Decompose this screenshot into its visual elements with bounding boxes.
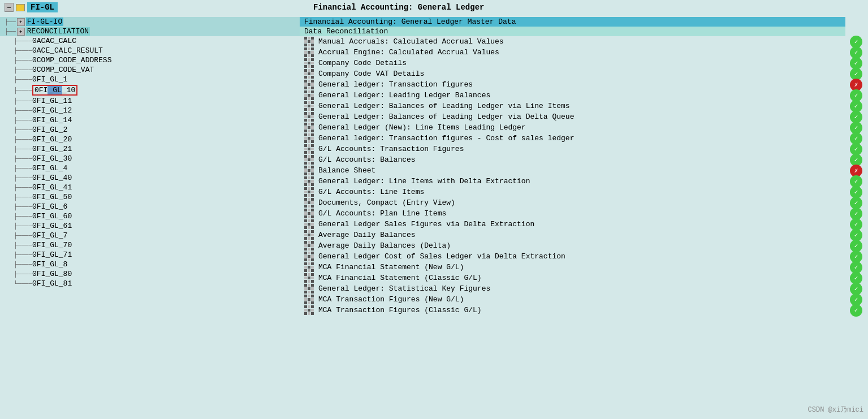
list-item[interactable]: ├────0FI_GL_71 xyxy=(0,250,300,260)
list-item[interactable]: ├────0FI_GL_1 xyxy=(0,75,300,84)
node-text: 0ACE_CALC_RESULT xyxy=(32,46,103,55)
list-item[interactable]: └────0FI_GL_81 xyxy=(0,279,300,288)
table-row[interactable]: General Ledger: Balances of Leading Ledg… xyxy=(300,111,845,122)
grid-icon xyxy=(304,101,314,111)
node-text: 0FI_GL_14 xyxy=(32,116,72,124)
table-row[interactable]: MCA Financial Statement (Classic G/L)✓ xyxy=(300,273,845,283)
table-row[interactable]: MCA Transaction Figures (Classic G/L)✓ xyxy=(300,305,845,316)
left-header: — FI-GL xyxy=(5,2,304,12)
grid-icon xyxy=(304,166,314,175)
list-item[interactable]: ├────0FI_GL_60 xyxy=(0,211,300,221)
table-row[interactable]: G/L Accounts: Plan Line Items✓ xyxy=(300,208,845,219)
list-item[interactable]: ├────0COMP_CODE_VAT xyxy=(0,65,300,75)
table-row[interactable]: General Ledger (New): Line Items Leading… xyxy=(300,122,845,133)
list-item[interactable]: ├────0FI_GL_40 xyxy=(0,173,300,183)
list-item[interactable]: ├── + RECONCILIATION xyxy=(0,27,300,36)
node-text: FI-GL-IO xyxy=(26,18,63,26)
content-area: ├── + FI-GL-IO ├── + RECONCILIATION ├───… xyxy=(0,15,868,318)
list-item[interactable]: ├────0FI_GL_70 xyxy=(0,240,300,250)
list-item[interactable]: ├────0FI_GL_21 xyxy=(0,144,300,154)
list-item[interactable]: ├────0FI_GL_12 xyxy=(0,106,300,115)
node-text: 0FI_GL_40 xyxy=(32,174,72,182)
grid-icon xyxy=(304,198,314,208)
grid-icon xyxy=(304,133,314,143)
table-row[interactable]: G/L Accounts: Transaction Figures✓ xyxy=(300,144,845,154)
left-panel: ├── + FI-GL-IO ├── + RECONCILIATION ├───… xyxy=(0,15,300,318)
row-description: General Ledger: Balances of Leading Ledg… xyxy=(318,102,845,110)
list-item[interactable]: ├────0FI_GL_11 xyxy=(0,96,300,106)
table-row[interactable]: G/L Accounts: Line Items✓ xyxy=(300,187,845,197)
table-row[interactable]: MCA Financial Statement (New G/L)✓ xyxy=(300,262,845,273)
list-item[interactable]: ├────0COMP_CODE_ADDRESS xyxy=(0,55,300,65)
list-item[interactable]: ├────0FI_GL_14 xyxy=(0,115,300,125)
row-description: General ledger: Transaction figures - Co… xyxy=(318,134,845,142)
list-item[interactable]: ├────0FI_GL_50 xyxy=(0,192,300,202)
list-item[interactable]: ├────0FI_GL_8 xyxy=(0,260,300,269)
list-item[interactable]: ├────0ACAC_CALC xyxy=(0,36,300,46)
table-row[interactable]: Average Daily Balances✓ xyxy=(300,230,845,240)
table-row[interactable]: Average Daily Balances (Delta)✓ xyxy=(300,240,845,251)
row-description: G/L Accounts: Line Items xyxy=(318,188,845,196)
list-item[interactable]: ├────0FI_GL_20 xyxy=(0,135,300,144)
list-item[interactable]: ├────0FI_GL_10 xyxy=(0,84,300,96)
node-text-selected: 0FI_GL_10 xyxy=(32,85,77,96)
table-row[interactable]: General ledger: Transaction figures✗ xyxy=(300,79,845,90)
list-item[interactable]: ├── + FI-GL-IO xyxy=(0,17,300,27)
grid-icon xyxy=(304,112,314,122)
list-item[interactable]: ├────0FI_GL_4 xyxy=(0,163,300,173)
node-text: 0FI_GL_81 xyxy=(32,279,72,288)
right-header-title: Financial Accounting: General Ledger xyxy=(313,3,484,12)
table-row[interactable]: Balance Sheet✗ xyxy=(300,165,845,176)
table-row[interactable]: General Ledger: Line Items with Delta Ex… xyxy=(300,176,845,187)
row-description: G/L Accounts: Plan Line Items xyxy=(318,209,845,218)
root-node-label[interactable]: FI-GL xyxy=(27,2,58,12)
grid-icon xyxy=(304,305,314,315)
main-title: Financial Accounting: General Ledger xyxy=(313,3,484,12)
node-text: 0ACAC_CALC xyxy=(32,37,76,45)
row-description: MCA Transaction Figures (New G/L) xyxy=(318,295,845,304)
right-desc: Financial Accounting: General Ledger Mas… xyxy=(304,18,516,26)
list-item[interactable]: ├────0FI_GL_2 xyxy=(0,125,300,135)
table-row[interactable]: General Ledger: Leading Ledger Balances✓ xyxy=(300,90,845,101)
node-text: 0FI_GL_50 xyxy=(32,193,72,201)
list-item[interactable]: ├────0FI_GL_61 xyxy=(0,221,300,231)
node-text: 0FI_GL_61 xyxy=(32,222,72,230)
list-item[interactable]: ├────0FI_GL_30 xyxy=(0,154,300,163)
list-item[interactable]: ├────0FI_GL_41 xyxy=(0,183,300,192)
table-row: Data Reconciliation xyxy=(300,27,845,36)
table-row[interactable]: General ledger: Transaction figures - Co… xyxy=(300,133,845,144)
node-text: 0COMP_CODE_VAT xyxy=(32,66,94,74)
table-row[interactable]: Documents, Compact (Entry View)✓ xyxy=(300,197,845,208)
grid-icon xyxy=(304,69,314,79)
table-row[interactable]: Manual Accruals: Calculated Accrual Valu… xyxy=(300,36,845,47)
table-row[interactable]: Company Code Details✓ xyxy=(300,58,845,68)
table-row[interactable]: G/L Accounts: Balances✓ xyxy=(300,154,845,165)
row-description: Accrual Engine: Calculated Accrual Value… xyxy=(318,48,845,57)
right-panel: Financial Accounting: General Ledger Mas… xyxy=(300,15,868,318)
right-desc: Data Reconciliation xyxy=(304,27,388,36)
list-item[interactable]: ├────0FI_GL_6 xyxy=(0,202,300,211)
table-row[interactable]: Accrual Engine: Calculated Accrual Value… xyxy=(300,47,845,58)
list-item[interactable]: ├────0FI_GL_80 xyxy=(0,269,300,279)
grid-icon xyxy=(304,262,314,272)
list-item[interactable]: ├────0FI_GL_7 xyxy=(0,231,300,240)
grid-icon xyxy=(304,123,314,132)
grid-icon xyxy=(304,144,314,154)
table-row[interactable]: General Ledger Cost of Sales Ledger via … xyxy=(300,251,845,262)
minimize-button[interactable]: — xyxy=(5,3,14,12)
node-text: 0FI_GL_2 xyxy=(32,126,67,134)
node-text: 0COMP_CODE_ADDRESS xyxy=(32,56,111,64)
table-row[interactable]: Company Code VAT Details✓ xyxy=(300,68,845,79)
row-description: Company Code Details xyxy=(318,59,845,67)
grid-icon xyxy=(304,230,314,240)
row-description: General Ledger Cost of Sales Ledger via … xyxy=(318,252,845,261)
table-row[interactable]: MCA Transaction Figures (New G/L)✓ xyxy=(300,294,845,305)
row-description: Average Daily Balances (Delta) xyxy=(318,241,845,250)
node-text: 0FI_GL_20 xyxy=(32,135,72,144)
node-text: 0FI_GL_71 xyxy=(32,250,72,259)
row-description: Documents, Compact (Entry View) xyxy=(318,198,845,207)
table-row[interactable]: General Ledger: Statistical Key Figures✓ xyxy=(300,283,845,294)
table-row[interactable]: General Ledger Sales Figures via Delta E… xyxy=(300,219,845,230)
table-row[interactable]: General Ledger: Balances of Leading Ledg… xyxy=(300,101,845,111)
list-item[interactable]: ├────0ACE_CALC_RESULT xyxy=(0,46,300,55)
